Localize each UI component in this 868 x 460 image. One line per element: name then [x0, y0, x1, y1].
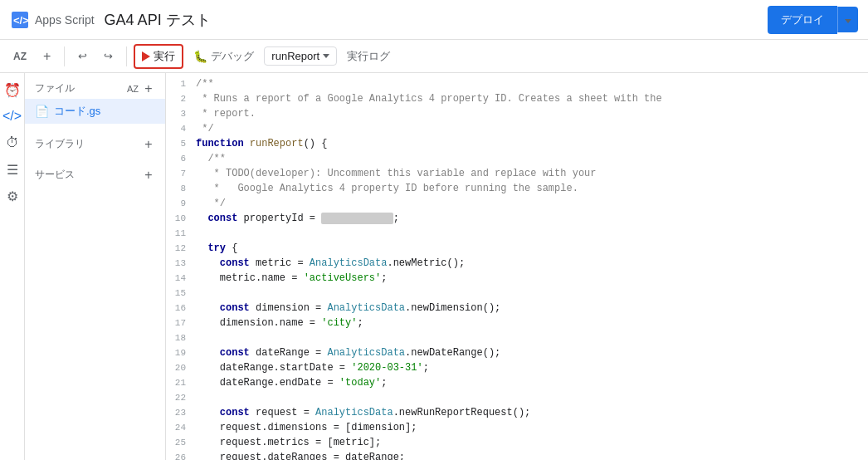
add-file-icon[interactable]: +	[142, 82, 155, 95]
code-line: 13 const metric = AnalyticsData.newMetri…	[166, 256, 868, 271]
code-line: 6 /**	[166, 151, 868, 166]
code-line: 17 dimension.name = 'city';	[166, 316, 868, 330]
main-area: ⏰ </> ⏱ ☰ ⚙ ファイル AZ + 📄 コード.gs ライブラリ	[0, 73, 868, 460]
run-button[interactable]: 実行	[134, 44, 183, 69]
code-line: 23 const request = AnalyticsData.newRunR…	[166, 405, 868, 420]
redo-icon: ↪	[104, 50, 113, 62]
app-name-label: Apps Script	[35, 13, 95, 27]
app-logo: </> Apps Script	[10, 10, 95, 30]
toolbar-separator-1	[64, 46, 65, 66]
az-button[interactable]: AZ	[7, 47, 33, 66]
plus-icon: +	[43, 49, 51, 64]
editor-area[interactable]: 1 /** 2 * Runs a report of a Google Anal…	[166, 73, 868, 460]
apps-script-logo: </>	[10, 10, 30, 30]
redo-button[interactable]: ↪	[97, 46, 119, 66]
services-label: サービス	[35, 168, 75, 182]
triggers-icon[interactable]: ⏱	[2, 133, 22, 153]
run-label: 実行	[154, 49, 175, 64]
debug-label: デバッグ	[211, 49, 254, 64]
execution-log-button[interactable]: 実行ログ	[340, 46, 397, 67]
file-icon: 📄	[35, 105, 49, 118]
code-icon[interactable]: </>	[2, 106, 22, 126]
code-line: 19 const dateRange = AnalyticsData.newDa…	[166, 345, 868, 360]
topbar: </> Apps Script GA4 API テスト デプロイ	[0, 0, 868, 40]
add-file-button[interactable]: +	[37, 46, 57, 67]
code-line: 5 function runReport() {	[166, 136, 868, 151]
code-line: 12 try {	[166, 241, 868, 256]
code-line: 1 /**	[166, 76, 868, 91]
files-section: ファイル AZ + 📄 コード.gs	[25, 73, 165, 129]
code-line: 16 const dimension = AnalyticsData.newDi…	[166, 301, 868, 316]
code-line: 11	[166, 226, 868, 241]
code-line: 24 request.dimensions = [dimension];	[166, 420, 868, 435]
toolbar-separator-2	[126, 46, 127, 66]
code-line: 7 * TODO(developer): Uncomment this vari…	[166, 166, 868, 181]
project-title[interactable]: GA4 API テスト	[105, 10, 758, 30]
libraries-label: ライブラリ	[35, 137, 85, 151]
code-line: 25 request.metrics = [metric];	[166, 435, 868, 450]
toolbar: AZ + ↩ ↪ 実行 🐛 デバッグ runReport 実行ログ	[0, 40, 868, 73]
chevron-down-icon	[845, 19, 851, 23]
libraries-section: ライブラリ +	[25, 129, 165, 159]
code-line: 9 */	[166, 196, 868, 211]
deploy-button[interactable]: デプロイ	[768, 6, 837, 34]
libraries-section-header: ライブラリ +	[25, 134, 165, 154]
az-icon: AZ	[13, 51, 27, 62]
code-line: 3 * report.	[166, 106, 868, 121]
files-section-header: ファイル AZ +	[25, 78, 165, 99]
code-line: 2 * Runs a report of a Google Analytics …	[166, 91, 868, 106]
undo-button[interactable]: ↩	[71, 46, 94, 66]
run-icon	[142, 51, 150, 61]
settings-icon[interactable]: ⚙	[2, 186, 22, 206]
code-line: 20 dateRange.startDate = '2020-03-31';	[166, 360, 868, 375]
code-line: 14 metric.name = 'activeUsers';	[166, 271, 868, 286]
services-section: サービス +	[25, 159, 165, 190]
debug-icon: 🐛	[193, 50, 207, 63]
add-service-icon[interactable]: +	[142, 169, 155, 182]
svg-text:</>: </>	[13, 14, 29, 27]
services-section-header: サービス +	[25, 164, 165, 185]
deploy-button-container: デプロイ	[768, 6, 858, 34]
execution-log-label: 実行ログ	[347, 49, 390, 64]
code-line: 22	[166, 390, 868, 405]
code-line: 4 */	[166, 121, 868, 136]
code-line: 8 * Google Analytics 4 property ID befor…	[166, 181, 868, 196]
az-sort-icon[interactable]: AZ	[127, 84, 139, 94]
deploy-dropdown-button[interactable]	[837, 7, 858, 32]
code-line: 10 const propertyId = ;	[166, 211, 868, 226]
debug-button[interactable]: 🐛 デバッグ	[187, 46, 261, 67]
icon-rail: ⏰ </> ⏱ ☰ ⚙	[0, 73, 25, 460]
code-line: 15	[166, 286, 868, 301]
undo-icon: ↩	[78, 50, 87, 62]
code-line: 26 request.dateRanges = dateRange;	[166, 450, 868, 460]
add-library-icon[interactable]: +	[142, 138, 155, 151]
code-line: 21 dateRange.endDate = 'today';	[166, 375, 868, 390]
clock-icon[interactable]: ⏰	[2, 80, 22, 100]
code-line: 18	[166, 330, 868, 345]
function-name: runReport	[271, 50, 319, 62]
variables-icon[interactable]: ☰	[2, 159, 22, 179]
code-container[interactable]: 1 /** 2 * Runs a report of a Google Anal…	[166, 73, 868, 460]
files-label: ファイル	[35, 81, 75, 95]
chevron-down-icon	[323, 54, 329, 58]
sidebar-item-code-gs[interactable]: 📄 コード.gs	[25, 99, 165, 124]
file-name: コード.gs	[54, 104, 155, 119]
function-selector[interactable]: runReport	[264, 46, 337, 66]
sidebar: ファイル AZ + 📄 コード.gs ライブラリ + サービス +	[25, 73, 166, 460]
